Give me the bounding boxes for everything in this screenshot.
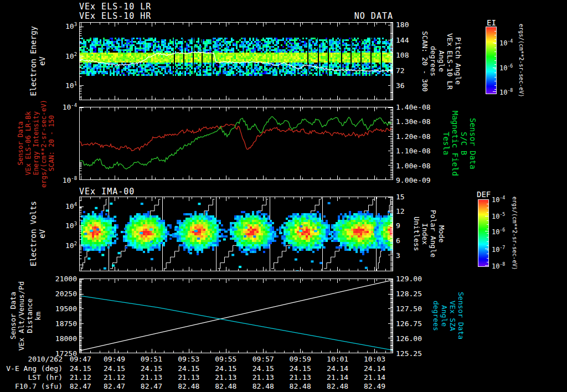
axis-tick-label-left-p4: 18750	[53, 319, 77, 328]
colorbar-unit-label: ergs/(cm**2-sr-sec-eV)	[512, 196, 518, 270]
axis-tick-label-right-p4: 127.50	[396, 305, 422, 313]
axis-title-line: VEx SZA	[449, 301, 457, 331]
axis-title-line: Pitch Angle	[454, 37, 462, 85]
axis-title-line: S/C B	[460, 132, 468, 155]
table-value: 21.14	[358, 373, 391, 381]
time-axis-label: 10:01	[321, 355, 354, 363]
page-title-line2: VEx ELS-10 HR	[79, 11, 151, 21]
axis-tick-label-right-p2: 1.00e-08	[396, 161, 431, 169]
no-data-label: NO DATA	[310, 11, 393, 21]
altitude-sza-canvas	[80, 279, 393, 353]
table-value: 82.48	[209, 382, 243, 390]
axis-title-left-p4: Sensor DataVEx Alt/Venus/PdDistancekm	[9, 278, 42, 353]
table-value: 82.49	[358, 382, 391, 390]
axis-title-line: Distance	[25, 298, 34, 333]
axis-tick-label-left-p2: 10-8	[53, 176, 77, 184]
axis-tick-label-left-p4: 20250	[53, 290, 77, 298]
colorbar-tick-label: 10-6	[499, 63, 513, 72]
time-axis-label: 10:03	[358, 355, 391, 363]
axis-title-left-p3: Electron VoltseV	[29, 197, 47, 271]
axis-title-right-p1: Pitch AngleVEx ELS-10 LRAngledegreesSCAN…	[421, 22, 462, 100]
axis-tick-label-right-p3: 6	[396, 236, 400, 244]
axis-title-right-p4: Sensor DataVEx SZAAngledegrees	[432, 278, 465, 353]
axis-tick-label-left-p3: 102	[53, 241, 77, 250]
axis-title-line: Mode	[437, 225, 446, 243]
table-value: 82.48	[172, 382, 205, 390]
colorbar-tick-label: 10-8	[499, 87, 513, 96]
axis-title-line: degrees	[429, 46, 437, 76]
axis-title-left-p1: Electron EnergyeV	[29, 22, 47, 100]
table-value: 21.13	[284, 373, 317, 381]
time-axis-label: 09:55	[209, 355, 243, 363]
table-value: 21.12	[98, 373, 131, 381]
time-axis-label: 09:51	[135, 355, 168, 363]
colorbar-unit-label: ergs/(cm**2-sr-sec-eV)	[518, 23, 524, 97]
page-title-line1: VEx ELS-10 LR	[79, 2, 151, 12]
table-value: 21.13	[135, 373, 168, 381]
axis-title-line: Magnetic Field	[451, 111, 460, 176]
axis-title-line: Unitless	[413, 216, 421, 251]
table-value: 21.13	[209, 373, 243, 381]
axis-tick-label-right-p4: 129.00	[396, 275, 422, 283]
axis-title-line: Index	[421, 223, 429, 245]
table-value: 24.14	[321, 364, 354, 373]
axis-tick-label-left-p4: 19500	[53, 305, 77, 313]
axis-title-line: Sensor Data	[457, 292, 465, 339]
axis-tick-label-left-p3: 104	[53, 202, 77, 210]
axis-tick-label-right-p1: 180	[396, 20, 409, 29]
axis-tick-label-right-p2: 1.10e-08	[396, 147, 431, 155]
axis-title-line: Angle	[437, 50, 446, 72]
colorbar-unit-text: ergs/(cm**2-sr-sec-eV)	[512, 197, 518, 270]
table-value: 82.47	[64, 382, 97, 390]
axis-tick-label-left-p4: 21000	[53, 275, 77, 283]
axis-title-line: VEx ELS-06 LR-Bk	[24, 111, 32, 176]
table-value: 21.12	[64, 373, 97, 381]
axis-title-line: Sensor Data	[17, 121, 24, 165]
colorbar-tick-label: 10-8	[492, 261, 505, 270]
axis-tick-label-right-p3: 15	[396, 193, 405, 201]
table-value: 24.15	[98, 364, 131, 373]
cdaweb-multipanel-plot: VEx ELS-10 LR VEx ELS-10 HR NO DATA VEx …	[0, 0, 567, 392]
time-axis-label: 09:49	[98, 355, 131, 363]
axis-tick-label-right-p1: 36	[396, 81, 405, 90]
table-row-label: F10.7 (sfu)	[2, 382, 63, 390]
table-value: 24.15	[209, 364, 243, 373]
table-value: 24.14	[358, 364, 391, 373]
axis-tick-label-right-p4: 126.75	[396, 319, 422, 328]
colorbar-def-title: DEF	[477, 190, 491, 199]
table-value: 24.15	[135, 364, 168, 373]
colorbar-ei-title: EI	[487, 18, 496, 27]
axis-tick-label-right-p3: 12	[396, 207, 405, 215]
axis-tick-label-right-p1: 72	[396, 66, 405, 74]
axis-title-line: Sensor Data	[468, 118, 477, 169]
axis-title-line: VEx ELS-10 LR	[446, 33, 454, 90]
axis-tick-label-left-p1: 101	[53, 81, 77, 90]
axis-title-line: Sensor Data	[9, 292, 17, 339]
intensity-bfield-canvas	[80, 107, 393, 179]
axis-title-left-p2: Sensor DataVEx ELS-06 LR-BkEnergy Intens…	[17, 107, 55, 180]
panel-intensity-bfield	[79, 107, 393, 180]
axis-title-line: ergs/(cm**2-sr-sec-eV)	[40, 100, 48, 188]
colorbar-tick-label: 10-4	[499, 38, 513, 47]
table-value: 24.15	[172, 364, 205, 373]
axis-title-line: eV	[38, 56, 47, 66]
panel3-title: VEx IMA-00	[79, 187, 135, 197]
panel-els-pitch-spectrogram	[79, 22, 393, 100]
colorbar-unit-text: ergs/(cm**2-sr-sec-eV)	[518, 24, 524, 97]
table-value: 21.13	[246, 373, 280, 381]
table-value: 24.15	[246, 364, 280, 373]
time-axis-label: 09:57	[246, 355, 280, 363]
panel-altitude-sza	[79, 278, 393, 353]
time-axis-label: 09:53	[172, 355, 205, 363]
ima-spectrogram-canvas	[80, 197, 393, 271]
table-value: 82.48	[246, 382, 280, 390]
axis-tick-label-right-p4: 128.25	[396, 290, 422, 298]
table-row-label: V-E Ang (deg)	[2, 364, 63, 373]
axis-title-line: SCAN: 20 - 150	[48, 115, 55, 171]
axis-tick-label-right-p1: 108	[396, 51, 409, 59]
table-row-label: LST (hr)	[2, 373, 63, 381]
table-value: 21.13	[172, 373, 205, 381]
axis-title-line: Angle	[440, 305, 449, 327]
axis-title-line: Tesla	[442, 132, 451, 155]
colorbar-tick-label: 10-4	[492, 195, 505, 204]
